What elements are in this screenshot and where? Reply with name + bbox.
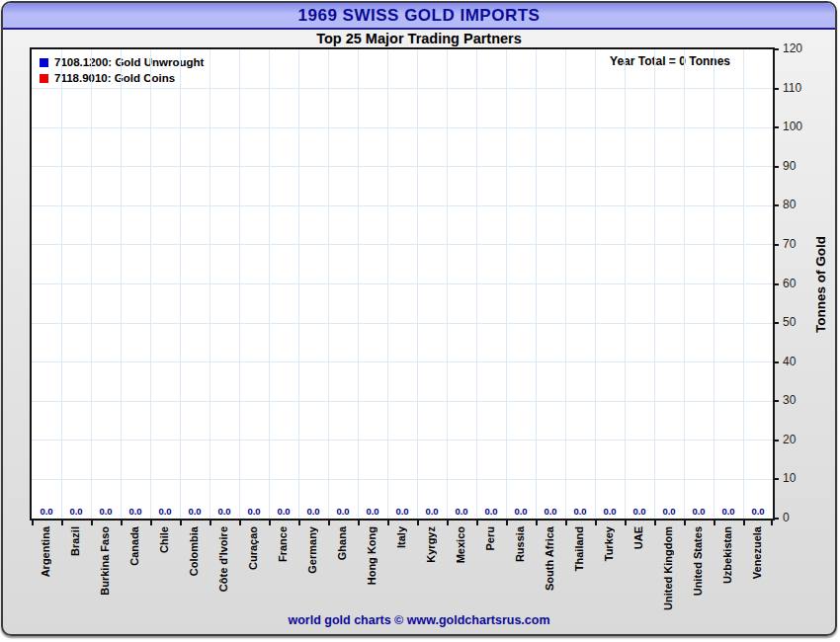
x-axis-tick xyxy=(625,521,627,525)
gridline-vertical xyxy=(61,49,62,519)
bar-value-label: 0.0 xyxy=(536,506,565,517)
x-axis-tick xyxy=(358,521,360,525)
x-axis-tick xyxy=(417,521,419,525)
x-category-label: France xyxy=(277,526,291,562)
x-category-label: Argentina xyxy=(40,526,53,577)
x-category-label: Venezuela xyxy=(751,526,765,579)
y-axis-tick xyxy=(773,518,779,520)
chart-card: 1969 SWISS GOLD IMPORTS Top 25 Major Tra… xyxy=(1,1,837,636)
gridline-vertical xyxy=(121,49,122,519)
bar-value-label: 0.0 xyxy=(358,506,387,517)
x-axis-tick xyxy=(328,521,330,525)
x-category-label: UAE xyxy=(632,526,646,549)
x-category-label: Thailand xyxy=(573,526,587,571)
x-category-label: Chile xyxy=(158,526,172,553)
x-category-label: Burkina Faso xyxy=(99,526,113,596)
gridline-vertical xyxy=(328,49,329,519)
x-category-label: Turkey xyxy=(603,526,617,561)
x-axis-tick xyxy=(91,521,93,525)
y-axis-tick xyxy=(773,126,779,128)
y-tick-label: 10 xyxy=(783,471,796,485)
y-axis-tick xyxy=(773,48,779,50)
y-axis-tick xyxy=(773,322,779,324)
plot-area: 7108.1200: Gold Unwrought 7118.9010: Gol… xyxy=(30,47,775,521)
x-axis-tick xyxy=(771,521,773,525)
x-axis-tick xyxy=(61,521,63,525)
x-axis-tick xyxy=(565,521,567,525)
legend-label: 7118.9010: Gold Coins xyxy=(54,72,175,84)
x-axis-tick xyxy=(32,521,34,525)
y-tick-label: 120 xyxy=(783,41,802,55)
title-bar: 1969 SWISS GOLD IMPORTS xyxy=(3,3,835,30)
gridline-horizontal xyxy=(32,479,773,480)
gridline-horizontal xyxy=(32,283,773,284)
gridline-vertical xyxy=(239,49,240,519)
bar-value-label: 0.0 xyxy=(684,506,714,517)
bar-value-label: 0.0 xyxy=(239,506,269,517)
gridline-horizontal xyxy=(32,166,773,167)
gridline-vertical xyxy=(358,49,359,519)
x-category-label: United States xyxy=(692,526,706,596)
y-axis-tick xyxy=(773,244,779,246)
x-category-label: Hong Kong xyxy=(366,526,379,585)
x-axis-tick xyxy=(654,521,656,525)
gridline-horizontal xyxy=(32,244,773,245)
y-tick-label: 30 xyxy=(783,393,796,407)
y-axis-tick xyxy=(773,400,779,402)
x-axis-tick xyxy=(150,521,152,525)
x-axis-tick xyxy=(180,521,182,525)
gridline-vertical xyxy=(625,49,626,519)
legend-label: 7108.1200: Gold Unwrought xyxy=(54,56,204,68)
x-axis-tick xyxy=(387,521,389,525)
y-tick-label: 50 xyxy=(783,315,796,329)
y-tick-label: 90 xyxy=(783,159,796,173)
y-axis-tick xyxy=(773,440,779,441)
x-category-label: Uzbekistan xyxy=(721,526,735,584)
bar-value-label: 0.0 xyxy=(447,506,476,517)
y-tick-label: 100 xyxy=(783,120,802,133)
x-category-label: Colombia xyxy=(188,526,202,576)
x-category-label: Germany xyxy=(306,526,320,574)
y-axis-tick xyxy=(773,283,779,285)
gridline-vertical xyxy=(714,49,714,519)
gridline-horizontal xyxy=(32,205,773,206)
gridline-vertical xyxy=(565,49,566,519)
x-axis-tick xyxy=(595,521,597,525)
y-tick-label: 60 xyxy=(783,277,796,290)
x-category-label: Mexico xyxy=(455,526,468,563)
gridline-vertical xyxy=(150,49,151,519)
x-axis-tick xyxy=(298,521,300,525)
bar-value-label: 0.0 xyxy=(121,506,150,517)
gridline-vertical xyxy=(180,49,181,519)
x-axis-tick xyxy=(239,521,241,525)
y-tick-label: 110 xyxy=(783,81,801,95)
page-title: 1969 SWISS GOLD IMPORTS xyxy=(298,6,541,25)
x-axis: ArgentinaBrazilBurkina FasoCanadaChileCo… xyxy=(32,521,773,619)
bar-value-label: 0.0 xyxy=(32,506,61,517)
x-category-label: South Africa xyxy=(544,526,557,591)
x-category-label: Italy xyxy=(395,526,409,548)
gridline-vertical xyxy=(298,49,299,519)
footer-credit: world gold charts © www.goldchartsrus.co… xyxy=(3,613,835,627)
x-axis-tick xyxy=(121,521,123,525)
bar-value-label: 0.0 xyxy=(150,506,180,517)
bar-value-label: 0.0 xyxy=(269,506,298,517)
gridline-horizontal xyxy=(32,401,773,402)
gridline-vertical xyxy=(654,49,655,519)
x-category-label: Peru xyxy=(484,526,498,550)
bar-value-label: 0.0 xyxy=(180,506,210,517)
bar-value-label: 0.0 xyxy=(506,506,536,517)
gridline-vertical xyxy=(743,49,744,519)
gridline-vertical xyxy=(210,49,210,519)
x-axis-tick xyxy=(506,521,508,525)
gridline-horizontal xyxy=(32,323,773,324)
x-axis-tick xyxy=(476,521,478,525)
y-axis-tick xyxy=(773,478,779,480)
gridline-vertical xyxy=(476,49,477,519)
x-category-label: Ghana xyxy=(336,526,350,560)
y-axis-tick xyxy=(773,204,779,206)
gridline-vertical xyxy=(387,49,388,519)
bar-value-label: 0.0 xyxy=(595,506,625,517)
gridline-horizontal xyxy=(32,440,773,441)
x-axis-tick xyxy=(684,521,686,525)
